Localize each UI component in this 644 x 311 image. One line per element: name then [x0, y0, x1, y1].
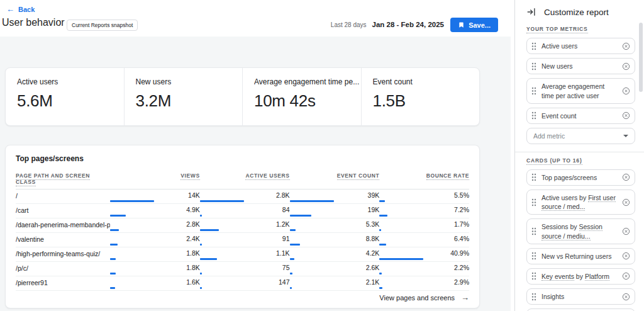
value-bar-track [290, 200, 334, 202]
value-bar-track [110, 215, 154, 217]
remove-icon[interactable] [622, 62, 630, 71]
remove-icon[interactable] [622, 227, 630, 235]
metric-cell: 1.2K [200, 220, 290, 231]
metric-value: 7.2% [379, 206, 469, 213]
metric-cell: 91 [200, 235, 290, 246]
page-path-cell[interactable]: /high-performing-teams-quiz/ [16, 249, 110, 260]
page-path-cell[interactable]: / [16, 191, 110, 202]
metric-item-label: Average engagement time per active user [541, 82, 618, 99]
column-header-views[interactable]: VIEWS [110, 172, 200, 185]
card-item[interactable]: Key events by Platform [526, 268, 635, 285]
table-row: /daerah-penerima-membandel-peny...2.8K1.… [16, 218, 469, 233]
remove-icon[interactable] [622, 252, 630, 260]
date-range-picker[interactable]: Last 28 days Jan 28 - Feb 24, 2025 [331, 21, 444, 28]
close-panel-icon[interactable] [526, 7, 536, 17]
scorecard-event-count[interactable]: Event count 1.5B [361, 68, 480, 125]
remove-icon[interactable] [622, 42, 630, 50]
metric-value: 1.8K [110, 249, 200, 257]
remove-icon[interactable] [622, 272, 630, 280]
value-bar-track [200, 215, 244, 217]
drag-handle-icon[interactable] [531, 198, 536, 206]
column-header-label: ACTIVE USERS [245, 172, 289, 180]
remove-icon[interactable] [622, 198, 630, 206]
drag-handle-icon[interactable] [531, 62, 536, 71]
metric-cell: 14K [110, 191, 200, 202]
drag-handle-icon[interactable] [531, 252, 536, 260]
column-header-active-users[interactable]: ACTIVE USERS [200, 172, 290, 185]
card-item-label: Active users by First user source / med.… [541, 193, 618, 211]
remove-icon[interactable] [622, 173, 630, 181]
scrollbar-thumb[interactable] [639, 23, 643, 92]
metric-value: 84 [200, 206, 290, 213]
metric-cell: 1.1K [200, 249, 290, 260]
metric-item[interactable]: Average engagement time per active user [526, 78, 635, 103]
value-bar [290, 200, 334, 202]
card-item[interactable]: Top pages/screens [526, 169, 635, 186]
page-path-cell[interactable]: /cart [16, 206, 110, 217]
scorecard-active-users[interactable]: Active users 5.6M [6, 68, 124, 125]
metric-cell: 147 [200, 278, 290, 289]
remove-icon[interactable] [622, 111, 630, 120]
customize-header: Customize report [515, 0, 644, 23]
scorecard-new-users[interactable]: New users 3.2M [124, 68, 243, 125]
metric-item[interactable]: Event count [526, 108, 635, 124]
table-row: /high-performing-teams-quiz/1.8K1.1K4.2K… [16, 247, 469, 262]
metric-item[interactable]: New users [526, 58, 635, 74]
value-bar-track [379, 273, 423, 274]
value-bar [200, 258, 217, 260]
drag-handle-icon[interactable] [531, 173, 536, 181]
back-button[interactable]: ← Back [6, 5, 35, 13]
scorecard-value: 5.6M [17, 91, 124, 111]
value-bar-track [290, 229, 334, 231]
metric-cell: 2.4K [110, 235, 200, 246]
metric-value: 40.9% [379, 249, 469, 257]
page-path-cell[interactable]: /pierreer91 [16, 278, 110, 289]
metric-cell: 40.9% [379, 249, 469, 260]
page-path-cell[interactable]: /daerah-penerima-membandel-peny... [16, 220, 110, 231]
value-bar [290, 215, 311, 217]
cards-list: Top pages/screensActive users by First u… [515, 169, 644, 311]
add-metric-row: Add metric [515, 128, 644, 144]
column-header-event-count[interactable]: EVENT COUNT [290, 172, 380, 185]
card-item[interactable]: Active users by [526, 308, 635, 311]
page-path-cell[interactable]: /p/c/ [16, 264, 110, 274]
value-bar-track [110, 200, 154, 202]
scorecard-avg-engagement-time[interactable]: Average engagement time pe... 10m 42s [242, 68, 361, 125]
page-path-cell[interactable]: /valentine [16, 235, 110, 246]
add-metric-dropdown[interactable]: Add metric [526, 128, 635, 144]
arrow-right-icon: → [461, 293, 469, 302]
drag-handle-icon[interactable] [531, 111, 536, 120]
card-item[interactable]: Sessions by Session source / mediu... [526, 218, 635, 244]
card-item[interactable]: New vs Returning users [526, 248, 635, 264]
customize-title: Customize report [544, 8, 609, 17]
remove-icon[interactable] [622, 293, 630, 301]
card-item[interactable]: Active users by First user source / med.… [526, 189, 635, 215]
metric-value: 5.5% [379, 191, 469, 199]
metric-value: 39K [290, 191, 380, 199]
report-snapshot-chip[interactable]: Current Reports snapshot [67, 20, 138, 31]
save-button[interactable]: Save... [450, 18, 498, 32]
scorecard-value: 1.5B [373, 91, 480, 111]
add-metric-placeholder: Add metric [533, 132, 565, 140]
drag-handle-icon[interactable] [531, 293, 536, 301]
save-label: Save... [469, 21, 491, 29]
column-header-label: BOUNCE RATE [426, 172, 469, 180]
metric-cell: 39K [290, 191, 380, 202]
column-header-page-path[interactable]: PAGE PATH AND SCREEN CLASS [16, 172, 110, 185]
card-item-label: Key events by Platform [541, 272, 618, 281]
drag-handle-icon[interactable] [531, 87, 536, 95]
value-bar-track [200, 287, 244, 289]
view-pages-link[interactable]: View pages and screens → [379, 293, 469, 302]
drag-handle-icon[interactable] [531, 227, 536, 235]
value-bar [110, 229, 119, 231]
remove-icon[interactable] [622, 87, 630, 95]
drag-handle-icon[interactable] [531, 42, 536, 50]
metric-cell: 84 [200, 206, 290, 217]
card-item[interactable]: Insights [526, 288, 635, 305]
metric-value: 4.2K [290, 249, 380, 257]
drag-handle-icon[interactable] [531, 272, 536, 280]
column-header-label: PAGE PATH AND SCREEN CLASS [16, 172, 90, 186]
metric-item[interactable]: Active users [526, 38, 635, 54]
column-header-label: EVENT COUNT [337, 172, 380, 180]
column-header-bounce-rate[interactable]: BOUNCE RATE [379, 172, 469, 185]
